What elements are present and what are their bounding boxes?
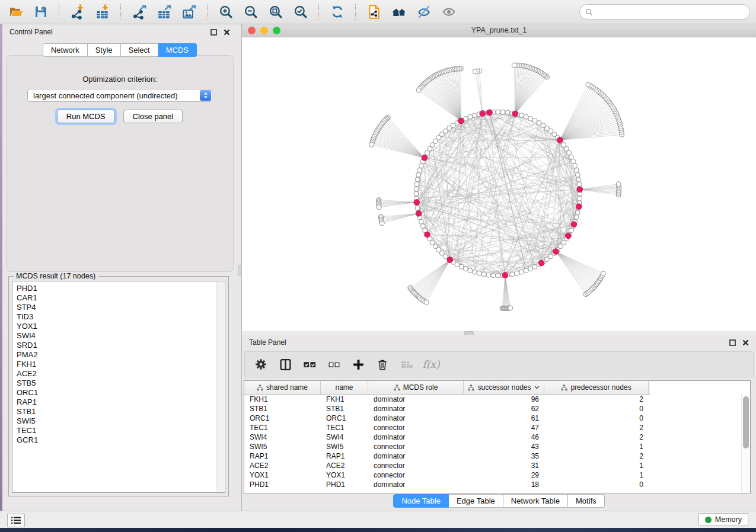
network-node[interactable] [459, 264, 464, 269]
delete-column-icon[interactable] [375, 357, 390, 371]
mcds-result-item[interactable]: PMA2 [17, 350, 225, 360]
deselect-all-icon[interactable] [327, 357, 341, 371]
network-node[interactable] [496, 110, 500, 114]
export-table-icon[interactable] [154, 3, 174, 21]
table-row[interactable]: TEC1TEC1connector472 [244, 423, 750, 432]
zoom-selected-icon[interactable] [291, 3, 311, 21]
network-node[interactable] [419, 219, 423, 224]
mcds-result-item[interactable]: FKH1 [17, 360, 225, 369]
network-node[interactable] [414, 191, 419, 196]
mcds-result-item[interactable]: TEC1 [17, 426, 225, 435]
network-node[interactable] [486, 273, 491, 277]
search-box[interactable] [579, 4, 750, 20]
network-node[interactable] [491, 273, 496, 278]
network-canvas[interactable] [242, 37, 756, 331]
network-node[interactable] [416, 172, 421, 177]
network-node[interactable] [574, 168, 579, 172]
satellite-node[interactable] [586, 82, 591, 87]
satellite-node[interactable] [512, 63, 516, 68]
tab-network[interactable]: Network [43, 43, 88, 57]
network-node[interactable] [524, 268, 528, 273]
mcds-hub-node[interactable] [553, 249, 559, 255]
splitter-grip[interactable] [238, 265, 242, 275]
network-node[interactable] [463, 116, 468, 121]
table-row[interactable]: SWI4SWI4dominator462 [244, 432, 750, 442]
table-scrollbar-thumb[interactable] [743, 396, 749, 448]
network-node[interactable] [505, 110, 510, 115]
table-row[interactable]: SWI5SWI5connector431 [244, 442, 750, 451]
network-node[interactable] [519, 270, 524, 274]
network-node[interactable] [575, 210, 580, 215]
mcds-result-item[interactable]: YOX1 [17, 322, 225, 331]
table-row[interactable]: STB1STB1dominator620 [244, 404, 750, 414]
network-node[interactable] [524, 114, 528, 119]
close-panel-icon[interactable] [224, 29, 230, 36]
mcds-hub-node[interactable] [425, 232, 430, 238]
export-image-icon[interactable] [179, 3, 199, 21]
criterion-select[interactable]: largest connected component (undirected) [27, 89, 212, 102]
mcds-hub-node[interactable] [502, 273, 508, 278]
tab-node-table[interactable]: Node Table [393, 494, 449, 508]
open-session-icon[interactable] [6, 3, 26, 21]
table-row[interactable]: YOX1YOX1connector291 [244, 470, 750, 480]
eye-slash-icon[interactable] [414, 3, 434, 21]
gear-icon[interactable] [254, 357, 268, 371]
task-history-button[interactable] [7, 514, 25, 527]
mcds-hub-node[interactable] [422, 155, 428, 161]
mcds-result-item[interactable]: SWI5 [17, 416, 225, 426]
network-node[interactable] [510, 272, 515, 277]
table-row[interactable]: RAP1RAP1dominator352 [244, 451, 750, 461]
mcds-result-item[interactable]: SWI4 [17, 331, 225, 341]
search-input[interactable] [596, 7, 744, 17]
mcds-result-item[interactable]: TID3 [17, 312, 225, 322]
close-panel-button[interactable]: Close panel [123, 110, 183, 123]
save-session-icon[interactable] [31, 3, 51, 21]
export-network-icon[interactable] [129, 3, 149, 21]
refresh-icon[interactable] [327, 3, 347, 21]
satellite-node[interactable] [379, 221, 384, 226]
network-node[interactable] [420, 224, 425, 229]
mcds-result-item[interactable]: PHD1 [17, 284, 225, 293]
tab-select[interactable]: Select [121, 43, 158, 57]
column-header-MCDS-role[interactable]: MCDS role [368, 381, 464, 394]
network-node[interactable] [463, 267, 468, 271]
network-node[interactable] [574, 215, 579, 220]
column-header-name[interactable]: name [321, 381, 368, 394]
tab-network-table[interactable]: Network Table [503, 494, 568, 508]
network-home-icon[interactable] [389, 3, 409, 21]
memory-button[interactable]: Memory [698, 513, 748, 526]
mcds-result-item[interactable]: CAR1 [17, 293, 225, 303]
zoom-out-icon[interactable] [241, 3, 261, 21]
network-node[interactable] [414, 182, 419, 187]
zoom-in-icon[interactable] [216, 3, 236, 21]
table-row[interactable]: FKH1FKH1dominator962 [244, 395, 750, 404]
mcds-result-item[interactable]: GCR1 [17, 435, 225, 445]
mcds-hub-node[interactable] [487, 110, 493, 116]
network-node[interactable] [472, 270, 477, 274]
satellite-node[interactable] [616, 182, 621, 187]
network-node[interactable] [515, 271, 519, 275]
mcds-hub-node[interactable] [480, 111, 486, 117]
satellite-node[interactable] [601, 271, 605, 276]
satellite-node[interactable] [369, 142, 374, 147]
network-node[interactable] [415, 177, 420, 182]
network-node[interactable] [500, 110, 505, 114]
horizontal-splitter[interactable] [242, 331, 756, 335]
tab-edge-table[interactable]: Edge Table [449, 494, 503, 508]
satellite-node[interactable] [473, 69, 477, 74]
mcds-result-item[interactable]: RAP1 [17, 398, 225, 407]
network-node[interactable] [415, 206, 420, 210]
network-node[interactable] [468, 114, 473, 119]
network-node[interactable] [571, 159, 576, 164]
satellite-node[interactable] [377, 205, 381, 210]
column-header-predecessor-nodes[interactable]: predecessor nodes [544, 381, 649, 394]
float-panel-icon[interactable] [729, 339, 736, 346]
network-node[interactable] [575, 172, 580, 177]
add-column-icon[interactable] [351, 357, 365, 371]
columns-icon[interactable] [278, 357, 292, 371]
mcds-hub-node[interactable] [414, 200, 420, 206]
mcds-result-item[interactable]: STB5 [17, 379, 225, 388]
mcds-hub-node[interactable] [458, 118, 464, 124]
table-row[interactable]: PHD1PHD1dominator180 [244, 480, 750, 489]
network-node[interactable] [417, 168, 422, 172]
